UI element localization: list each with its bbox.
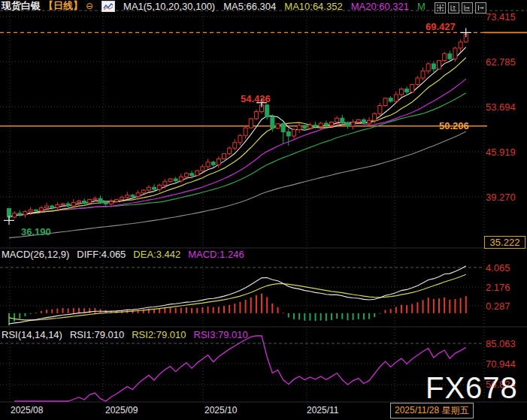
ma30-value-truncated: M [417, 1, 426, 12]
current-date-badge: 2025/11/28 星期五 [390, 403, 474, 418]
scale-up-icon[interactable] [448, 2, 459, 14]
rsi2-value: RSI2:79.010 [132, 329, 186, 340]
scale-right-icon[interactable] [462, 2, 473, 14]
swing-high-annotation: 54.436 [241, 93, 271, 104]
x-axis-label: 2025/11 [307, 405, 339, 415]
collapse-icon[interactable]: ⊖ [86, 1, 93, 11]
rsi-axis-label: 70.944 [486, 358, 516, 370]
x-axis-label: 2025/09 [105, 405, 138, 415]
macd-axis-label: 4.065 [486, 262, 510, 273]
price-axis-label: 62.785 [486, 56, 516, 68]
period-label: 【日线】 [44, 0, 83, 13]
hline-price-annotation: 50.206 [439, 120, 469, 131]
rsi1-value: RSI1:79.010 [70, 329, 124, 340]
x-axis-label: 2025/10 [204, 405, 237, 415]
price-axis-label: 45.919 [486, 147, 516, 158]
macd-diff-value: DIFF:4.065 [77, 249, 126, 260]
ma10-value: MA10:64.352 [284, 1, 342, 12]
macd-axis-label: 0.287 [486, 301, 510, 312]
macd-dea-value: DEA:3.442 [133, 249, 180, 260]
symbol-title: 现货白银 [2, 0, 41, 13]
macd-title: MACD(26,12,9) [2, 249, 69, 260]
current-price-annotation: 69.427 [426, 21, 456, 32]
macd-axis-label: 2.176 [486, 282, 510, 293]
ma20-value: MA20:60.321 [351, 1, 409, 12]
x-axis-label: 2025/08 [11, 405, 43, 415]
ma5-value: MA5:66.304 [223, 1, 276, 12]
chart-canvas[interactable] [0, 0, 527, 420]
price-scale-low-badge: 35.222 [484, 236, 525, 249]
macd-header: MACD(26,12,9) DIFF:4.065 DEA:3.442 MACD:… [2, 249, 244, 260]
rsi-title: RSI(14,14,14) [2, 329, 62, 340]
rsi3-value: RSI3:79.010 [194, 329, 248, 340]
chart-toolbar [435, 2, 486, 14]
rsi-axis-label: 85.063 [486, 338, 516, 349]
pan-icon[interactable] [435, 2, 446, 14]
indicator-chart-icon[interactable] [101, 1, 115, 12]
price-axis-label: 53.694 [486, 101, 516, 113]
price-axis-label: 39.270 [486, 192, 516, 203]
collapse-panel-icon[interactable] [475, 2, 486, 14]
swing-low-annotation: 36.190 [21, 226, 51, 237]
ma-group-label: MA1(5,10,20,30,100) [123, 1, 215, 12]
chart-window: 现货白银 【日线】 ⊖ MA1(5,10,20,30,100) MA5:66.3… [0, 0, 527, 420]
fx678-watermark: FX678 [426, 371, 518, 405]
chart-header: 现货白银 【日线】 ⊖ MA1(5,10,20,30,100) MA5:66.3… [2, 0, 426, 12]
macd-macd-value: MACD:1.246 [188, 249, 244, 260]
rsi-header: RSI(14,14,14) RSI1:79.010 RSI2:79.010 RS… [2, 329, 248, 340]
price-axis-label: 73.415 [486, 11, 516, 23]
